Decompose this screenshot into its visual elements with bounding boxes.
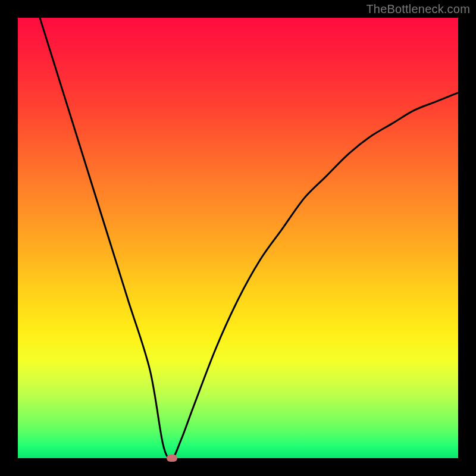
bottleneck-curve	[40, 18, 458, 458]
minimum-marker	[167, 455, 177, 462]
curve-svg	[18, 18, 458, 458]
chart-frame: TheBottleneck.com	[0, 0, 476, 476]
watermark-text: TheBottleneck.com	[366, 2, 470, 16]
plot-area	[18, 18, 458, 458]
